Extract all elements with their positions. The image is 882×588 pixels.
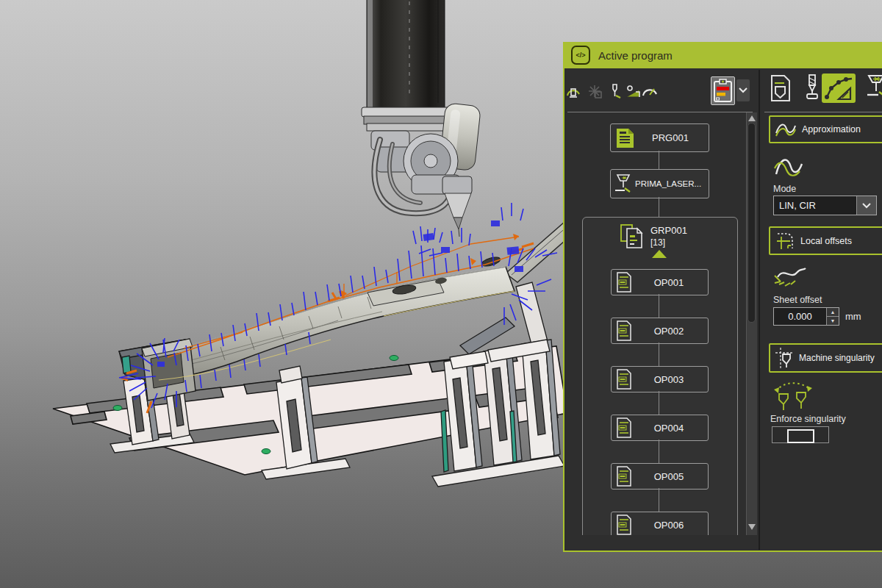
tree-group-count: [13] [650, 237, 665, 248]
sheet-offset-spinner[interactable]: 0.000 ▲ ▼ [773, 307, 839, 326]
fixture-support-right [432, 282, 564, 487]
program-document-icon [614, 128, 635, 148]
tree-node-op[interactable]: OP003 [611, 366, 709, 392]
op-2d-document-icon [615, 272, 633, 293]
tree-node-op[interactable]: OP002 [611, 318, 709, 344]
mode-wave-icon [772, 152, 806, 183]
tree-node-op[interactable]: OP001 [611, 269, 709, 295]
enforce-singularity-toggle[interactable] [772, 426, 829, 443]
scrollbar-thumb[interactable] [747, 123, 756, 323]
tree-node-op[interactable]: OP006 [611, 512, 709, 535]
scroll-down-icon[interactable] [748, 524, 756, 530]
tree-node-label: OP001 [633, 277, 708, 288]
robot-arm [362, 0, 481, 237]
tree-node-label: OP004 [633, 423, 708, 434]
tree-node-op[interactable]: OP004 [611, 415, 709, 441]
application-window: </> Active program [0, 0, 882, 588]
sheet-offset-value[interactable]: 0.000 [774, 308, 826, 325]
machine-singularity-icon [775, 347, 794, 369]
tree-connector [659, 151, 659, 169]
column-divider [759, 70, 760, 550]
sheet-offset-label: Sheet offset [773, 295, 822, 305]
sheet-offset-unit: mm [845, 311, 861, 322]
torch-check-icon-button[interactable] [606, 82, 623, 100]
tree-node-label: PRIMA_LASER... [633, 179, 709, 188]
tree-node-label: PRG001 [635, 132, 709, 143]
tree-node-op[interactable]: OP005 [611, 463, 709, 490]
toggle-knob [787, 429, 814, 443]
chevron-down-icon [739, 87, 747, 93]
tree-connector [659, 294, 659, 318]
tabs-separator [764, 112, 882, 112]
sheet-offset-icon [772, 264, 807, 293]
op-2d-document-icon [615, 514, 633, 535]
tab-approximation[interactable] [822, 74, 856, 103]
code-icon: </> [571, 46, 590, 65]
local-offsets-icon [775, 231, 795, 251]
tab-program-shield[interactable] [767, 73, 795, 104]
tree-connector [659, 197, 659, 217]
tree-node-label: OP006 [633, 520, 708, 531]
tree-node-label: OP005 [633, 471, 708, 482]
op-2d-document-icon [615, 369, 633, 390]
section-approximation[interactable]: Approximation [769, 115, 882, 143]
active-program-panel: </> Active program [563, 42, 882, 552]
panel-border-bottom [563, 551, 882, 552]
op-2d-document-icon [615, 320, 633, 341]
tree-group-label: GRP001 [650, 225, 687, 236]
tree-node-label: OP003 [633, 374, 708, 385]
gauge-icon-button[interactable] [641, 82, 659, 100]
mode-select[interactable]: LIN, CIR [773, 196, 877, 215]
scroll-up-icon[interactable] [748, 115, 756, 121]
tree-node-label: OP002 [633, 326, 708, 337]
tree-node-prg[interactable]: PRG001 [610, 123, 709, 152]
laser-head-icon [614, 173, 633, 194]
collapse-group-button[interactable] [652, 250, 667, 258]
panel-title: Active program [598, 49, 673, 62]
tree-connector [659, 391, 659, 415]
approximation-wave-icon [775, 120, 797, 139]
tree-node-machine[interactable]: PRIMA_LASER... [610, 169, 709, 198]
mode-label: Mode [773, 184, 796, 194]
group-documents-icon [620, 223, 648, 251]
tree-node-group[interactable]: GRP001 [13] [620, 223, 730, 252]
clipboard-flag-button[interactable] [711, 76, 735, 105]
chevron-down-icon[interactable] [856, 196, 876, 215]
approach-ramp-icon-button[interactable] [624, 82, 642, 100]
enforce-singularity-label: Enforce singularity [770, 414, 846, 424]
enforce-singularity-icon [772, 379, 814, 413]
section-title: Local offsets [800, 236, 852, 246]
section-machine-singularity[interactable]: Machine singularity [769, 343, 882, 373]
op-2d-document-icon [615, 417, 633, 438]
op-2d-document-icon [615, 466, 633, 487]
spinner-down-icon[interactable]: ▼ [827, 317, 839, 325]
mode-select-value: LIN, CIR [774, 200, 856, 211]
section-title: Approximation [802, 124, 861, 135]
tree-connector [659, 440, 659, 463]
profile-dropdown-button[interactable] [736, 79, 750, 101]
laser-spark-icon-button[interactable] [586, 82, 603, 100]
tree-connector [659, 343, 659, 366]
spinner-up-icon[interactable]: ▲ [827, 308, 839, 317]
program-tree: PRG001 PRIMA_LASER... [564, 112, 746, 535]
tab-laser-head[interactable] [863, 73, 882, 104]
section-title: Machine singularity [799, 353, 875, 363]
panel-header: </> Active program [564, 42, 882, 68]
robot-reach-icon-button[interactable] [564, 82, 582, 100]
section-local-offsets[interactable]: Local offsets [769, 226, 882, 255]
tree-connector [659, 488, 659, 512]
